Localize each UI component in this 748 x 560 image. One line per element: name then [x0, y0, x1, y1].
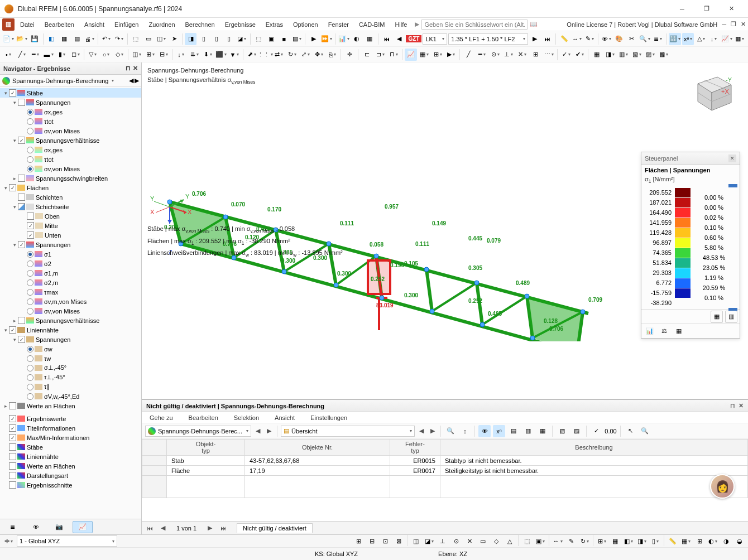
snap21-icon[interactable]: ◨▾ [636, 535, 648, 547]
tree-row[interactable]: σ1,m [0, 268, 141, 278]
radio[interactable] [27, 156, 33, 163]
checkbox[interactable] [18, 175, 25, 182]
label-result-icon[interactable]: 📈▾ [721, 33, 733, 45]
tree-row[interactable]: Liniennähte [0, 452, 141, 461]
help-avatar[interactable]: 👩 [710, 474, 735, 499]
tree-row[interactable]: ▾✓Spannungen [0, 335, 141, 344]
radio[interactable] [27, 298, 33, 305]
bp-menu-edit[interactable]: Bearbeiten [184, 413, 223, 422]
tree-row[interactable]: ✓Ergebniswerte [0, 414, 141, 423]
model-data-icon[interactable]: ◧ [46, 33, 57, 45]
menu-einfuegen[interactable]: Einfügen [110, 20, 143, 29]
new-file-icon[interactable]: 📄▾ [2, 33, 15, 45]
selection-mode-icon[interactable]: ◫▾ [156, 33, 167, 45]
radio[interactable] [27, 355, 33, 362]
bp-tool-eye-icon[interactable]: 👁 [478, 425, 491, 437]
bp-tool-a-icon[interactable]: ▤ [507, 425, 520, 437]
menu-ergebnisse[interactable]: Ergebnisse [220, 20, 260, 29]
snap4-icon[interactable]: ⊠ [392, 535, 405, 547]
snap10-icon[interactable]: ▭ [477, 535, 489, 547]
tree-row[interactable]: ✓Mitte [0, 221, 141, 230]
pager-last-icon[interactable]: ⏭ [219, 524, 228, 533]
snap3-icon[interactable]: ⊡ [379, 535, 391, 547]
tree-row[interactable]: ▸Spannungsverhältnisse [0, 316, 141, 325]
tree-row[interactable]: σw [0, 344, 141, 354]
col-nr[interactable]: Objekte Nr. [245, 440, 390, 456]
tree-row[interactable]: Werte an Flächen [0, 461, 141, 471]
snap-grid-icon[interactable]: ⊞ [529, 49, 541, 61]
radio[interactable] [27, 270, 33, 277]
check2-icon[interactable]: ✔▾ [573, 49, 586, 61]
bottom-panel-close-icon[interactable]: ✕ [739, 402, 744, 409]
tree-row[interactable]: τmax [0, 287, 141, 297]
tree-row[interactable]: σ1 [0, 249, 141, 259]
snap13-icon[interactable]: ⬚ [521, 535, 533, 547]
snap-line-icon[interactable]: ╱ [462, 49, 474, 61]
radio[interactable] [27, 260, 33, 267]
navigator-selector[interactable]: Spannungs-Dehnungs-Berechnung ▾ ◀ ▶ [0, 75, 141, 87]
snap6-icon[interactable]: ◪▾ [423, 535, 435, 547]
menu-extras[interactable]: Extras [261, 20, 287, 29]
radio[interactable] [27, 384, 33, 390]
checkbox[interactable] [27, 213, 34, 220]
minimize-button[interactable]: ─ [670, 1, 694, 17]
checkbox[interactable]: ✓ [9, 184, 16, 191]
col-desc[interactable]: Beschreibung [440, 440, 748, 456]
menu-optionen[interactable]: Optionen [289, 20, 323, 29]
tree-row[interactable]: σx,ges [0, 107, 141, 117]
radio[interactable] [27, 289, 33, 296]
control-panel-title[interactable]: Steuerpanel ✕ [641, 152, 740, 165]
coord-system-select[interactable]: 1 - Global XYZ▾ [17, 535, 117, 547]
status-coord-icon[interactable]: ✛▾ [2, 535, 15, 547]
load-area-icon[interactable]: ⬛▾ [215, 49, 227, 61]
tree-row[interactable]: σx,ges [0, 145, 141, 155]
cursor-arrow-icon[interactable]: ➤ [169, 33, 180, 45]
load-node-icon[interactable]: ↓▾ [175, 49, 187, 61]
snap-end-icon[interactable]: ━▾ [476, 49, 488, 61]
tree-row[interactable]: σ2 [0, 259, 141, 268]
snap2-icon[interactable]: ⊟ [366, 535, 378, 547]
table-tab[interactable]: Nicht gültig / deaktiviert [237, 523, 313, 533]
bp-tool-xxx-icon[interactable]: xⁿ [493, 425, 505, 437]
addon3-icon[interactable]: ▥▾ [617, 49, 630, 61]
snap28-icon[interactable]: ◒ [733, 535, 746, 547]
addon4-icon[interactable]: ▧▾ [631, 49, 643, 61]
snap9-icon[interactable]: ✕ [463, 535, 476, 547]
snap-mid-icon[interactable]: ⊙▾ [489, 49, 501, 61]
layers-icon[interactable]: ≣▾ [652, 33, 664, 45]
snap24-icon[interactable]: ▦▾ [680, 535, 692, 547]
selection-rect-icon[interactable]: ▭ [143, 33, 155, 45]
snap22-icon[interactable]: ▯▾ [649, 535, 661, 547]
palette-icon[interactable]: ▦▾ [734, 33, 746, 45]
radio[interactable] [27, 374, 33, 381]
checkbox[interactable]: ✓ [18, 241, 25, 248]
legend-slider-top[interactable] [728, 184, 737, 187]
addon1-icon[interactable]: ▦ [591, 49, 603, 61]
addon6-icon[interactable]: ▩▾ [658, 49, 670, 61]
snap20-icon[interactable]: ◧▾ [622, 535, 635, 547]
child-close-icon[interactable]: ✕ [741, 21, 746, 28]
search-dict-icon[interactable]: 📖 [530, 21, 538, 28]
tree-row[interactable]: σv,m,von Mises [0, 297, 141, 306]
table-row[interactable]: Stab43-57,62,63,67,68ER0015Stabtyp ist n… [142, 456, 748, 466]
tree-row[interactable]: Ergebnisschnitte [0, 480, 141, 490]
bp-tool-filter-icon[interactable]: 🔍 [444, 425, 457, 437]
app-menu-icon[interactable]: ▥ [2, 18, 15, 31]
menu-bearbeiten[interactable]: Bearbeiten [40, 20, 79, 29]
bp-menu-view[interactable]: Ansicht [270, 413, 299, 422]
maximize-button[interactable]: ❐ [694, 1, 719, 17]
col-fehler[interactable]: Fehler- typ [390, 440, 440, 456]
extrude-icon[interactable]: ⬈▾ [246, 49, 258, 61]
bp-prev-icon[interactable]: ◀ [253, 427, 262, 436]
tree-row[interactable]: ▾Schichtseite [0, 202, 141, 211]
label-numbers-icon[interactable]: 🔢▾ [669, 33, 681, 45]
geom2-icon[interactable]: ⊞▾ [144, 49, 156, 61]
tree-row[interactable]: ✓Unten [0, 230, 141, 240]
array-icon[interactable]: ⋮⋮▾ [259, 49, 271, 61]
tree-row[interactable]: ▾Spannungen [0, 98, 141, 107]
menu-fenster[interactable]: Fenster [324, 20, 353, 29]
checkbox[interactable]: ✓ [18, 137, 25, 144]
snap7-icon[interactable]: ⊥ [437, 535, 449, 547]
measure-icon[interactable]: 📏 [558, 33, 570, 45]
geom1-icon[interactable]: ◫▾ [131, 49, 143, 61]
